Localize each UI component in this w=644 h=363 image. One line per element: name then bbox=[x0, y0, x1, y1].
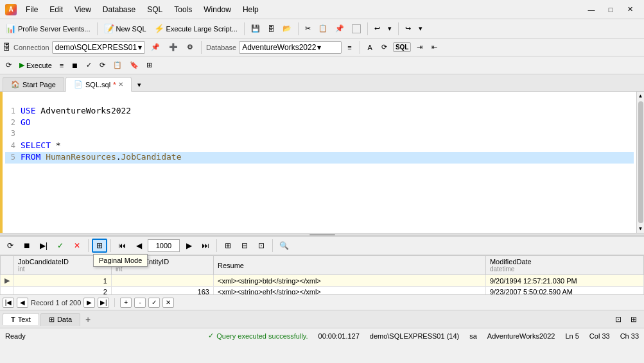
connection-dropdown[interactable]: demo\SQLEXPRESS01 ▾ bbox=[52, 41, 145, 54]
open-button[interactable]: 📂 bbox=[279, 22, 295, 35]
menu-window[interactable]: Window bbox=[198, 4, 236, 15]
stop-btn[interactable]: ⏹ bbox=[68, 60, 82, 71]
menu-tools[interactable]: Tools bbox=[169, 4, 197, 15]
menu-file[interactable]: File bbox=[21, 4, 43, 15]
execute-large-script-button[interactable]: ⚡ Execute Large Script... bbox=[151, 22, 241, 35]
maximize-results-btn[interactable]: ⊡ bbox=[611, 312, 626, 326]
connection-new-btn[interactable]: ➕ bbox=[166, 41, 181, 53]
editor-toolbar: ⟳ ▶ Execute ≡ ⏹ ✓ ⟳ 📋 🔖 ⊞ bbox=[0, 56, 644, 74]
save-button[interactable]: 💾 bbox=[248, 22, 263, 35]
nav-prev-btn[interactable]: ◀ bbox=[17, 298, 28, 308]
profile-server-events-button[interactable]: 📊 Profile Server Events... bbox=[3, 22, 94, 35]
tab-start-page[interactable]: 🏠 Start Page bbox=[3, 77, 64, 91]
database-dropdown[interactable]: AdventureWorks2022 ▾ bbox=[239, 41, 342, 54]
tab-data[interactable]: ⊞ Data bbox=[40, 313, 80, 326]
menu-edit[interactable]: Edit bbox=[44, 4, 68, 15]
nav-first-btn[interactable]: |◀ bbox=[3, 298, 14, 308]
tab-dropdown-btn[interactable]: ▾ bbox=[134, 79, 144, 91]
cell-resume-2[interactable]: <xml><string>ehf</string></xml> bbox=[213, 287, 485, 295]
tab-text[interactable]: T Text bbox=[3, 313, 39, 325]
undo-button[interactable]: ↩ bbox=[371, 22, 383, 35]
nav-last-btn[interactable]: ▶| bbox=[98, 298, 109, 308]
paginal-mode-btn[interactable]: ⊞ Paginal Mode bbox=[92, 239, 107, 253]
scroll-down-btn[interactable]: ▼ bbox=[637, 224, 644, 233]
sql-mode-btn[interactable]: SQL bbox=[393, 42, 412, 52]
font-size-btn[interactable]: A bbox=[365, 42, 376, 53]
tab-close-icon[interactable]: ✕ bbox=[118, 81, 123, 88]
record-view-btn[interactable]: ⊟ bbox=[237, 239, 252, 253]
nav-delete-btn[interactable]: - bbox=[134, 298, 146, 308]
detach-results-btn[interactable]: ⊞ bbox=[626, 312, 641, 326]
cell-eid-2[interactable]: 163 bbox=[111, 287, 213, 295]
cell-id-2[interactable]: 2 bbox=[14, 287, 112, 295]
col-header-modifieddate[interactable]: ModifiedDate datetime bbox=[485, 256, 643, 275]
execute-button[interactable]: ▶ Execute bbox=[16, 59, 55, 71]
column-view-btn[interactable]: ⊡ bbox=[254, 239, 269, 253]
database-options-btn[interactable]: ≡ bbox=[344, 42, 354, 53]
menu-bar[interactable]: File Edit View Database SQL Tools Window… bbox=[21, 4, 264, 15]
format-btn[interactable]: ⊞ bbox=[143, 59, 155, 71]
results-check-btn[interactable]: ✓ bbox=[53, 239, 68, 253]
nav-check-btn[interactable]: ✓ bbox=[148, 298, 160, 308]
paste-button[interactable]: 📌 bbox=[332, 22, 347, 35]
cut-button[interactable]: ✂ bbox=[302, 22, 314, 35]
connection-options-btn[interactable]: 📌 bbox=[148, 41, 163, 53]
cell-id-1[interactable]: 1 bbox=[14, 275, 112, 287]
redo-button[interactable]: ↪ bbox=[402, 22, 414, 35]
explain-btn[interactable]: ≡ bbox=[57, 60, 67, 71]
maximize-button[interactable]: □ bbox=[602, 3, 620, 17]
grid-view-btn[interactable]: ⊞ bbox=[220, 239, 236, 253]
prev-page-btn[interactable]: ◀ bbox=[131, 239, 146, 253]
connection-settings-btn[interactable]: ⚙ bbox=[184, 41, 196, 53]
code-editor[interactable]: 1 USE AdventureWorks2022 2 GO 3 4 SELECT… bbox=[3, 92, 636, 233]
bookmark-btn[interactable]: 🔖 bbox=[126, 59, 142, 71]
menu-database[interactable]: Database bbox=[98, 4, 141, 15]
last-page-btn[interactable]: ⏭ bbox=[198, 239, 213, 253]
outdent-btn[interactable]: ⇤ bbox=[428, 41, 440, 53]
table-row[interactable]: ▶ 1 <xml><string>btd</string></xml> 9/20… bbox=[1, 275, 644, 287]
first-page-btn[interactable]: ⏮ bbox=[114, 239, 130, 253]
scroll-thumb[interactable] bbox=[638, 101, 643, 223]
commit-btn[interactable]: ✓ bbox=[83, 59, 95, 71]
delete-button[interactable] bbox=[349, 22, 364, 35]
cell-date-2[interactable]: 9/23/2007 5:50:02.590 AM bbox=[485, 287, 643, 295]
history-btn[interactable]: 📋 bbox=[110, 59, 125, 71]
cell-eid-1[interactable] bbox=[111, 275, 213, 287]
results-stop-btn[interactable]: ⏹ bbox=[19, 239, 35, 253]
results-fetch-btn[interactable]: ▶| bbox=[36, 239, 51, 253]
tab-sql[interactable]: 📄 SQL.sql * ✕ bbox=[65, 77, 132, 92]
scroll-up-btn[interactable]: ▲ bbox=[637, 92, 644, 100]
window-controls[interactable]: — □ ✕ bbox=[582, 3, 639, 17]
close-button[interactable]: ✕ bbox=[621, 3, 639, 17]
menu-view[interactable]: View bbox=[69, 4, 96, 15]
nav-add-btn[interactable]: + bbox=[120, 298, 132, 308]
refresh2-btn[interactable]: ⟳ bbox=[96, 59, 109, 71]
redo-dropdown[interactable]: ▾ bbox=[415, 22, 426, 35]
table-row[interactable]: 2 163 <xml><string>ehf</string></xml> 9/… bbox=[1, 287, 644, 295]
nav-next-btn[interactable]: ▶ bbox=[83, 298, 95, 308]
minimize-button[interactable]: — bbox=[582, 3, 600, 17]
search-btn[interactable]: 🔍 bbox=[276, 239, 292, 253]
add-tab-button[interactable]: + bbox=[82, 313, 94, 326]
menu-help[interactable]: Help bbox=[238, 4, 264, 15]
page-size-input[interactable] bbox=[148, 239, 180, 252]
next-page-btn[interactable]: ▶ bbox=[181, 239, 196, 253]
run-btn[interactable]: ⟳ bbox=[3, 59, 15, 71]
copy-button[interactable]: 📋 bbox=[315, 22, 331, 35]
new-sql-button[interactable]: 📝 New SQL bbox=[101, 22, 150, 35]
cell-date-1[interactable]: 9/20/1994 12:57:21.030 PM bbox=[485, 275, 643, 287]
col-header-resume[interactable]: Resume bbox=[213, 256, 485, 275]
editor-vscrollbar[interactable]: ▲ ▼ bbox=[636, 92, 644, 233]
undo-dropdown[interactable]: ▾ bbox=[385, 22, 395, 35]
refresh-btn[interactable]: ⟳ bbox=[378, 41, 390, 53]
grid-icon: ⊞ bbox=[225, 241, 231, 250]
column-icon: ⊡ bbox=[258, 241, 265, 250]
indent-btn[interactable]: ⇥ bbox=[413, 41, 426, 53]
nav-cancel-btn[interactable]: ✕ bbox=[162, 298, 174, 308]
database-label: Database bbox=[206, 44, 236, 51]
results-run-btn[interactable]: ⟳ bbox=[3, 239, 18, 253]
menu-sql[interactable]: SQL bbox=[142, 4, 168, 15]
cell-resume-1[interactable]: <xml><string>btd</string></xml> bbox=[213, 275, 485, 287]
results-cancel-btn[interactable]: ✕ bbox=[69, 239, 85, 253]
save-all-button[interactable]: 🗄 bbox=[265, 23, 278, 35]
